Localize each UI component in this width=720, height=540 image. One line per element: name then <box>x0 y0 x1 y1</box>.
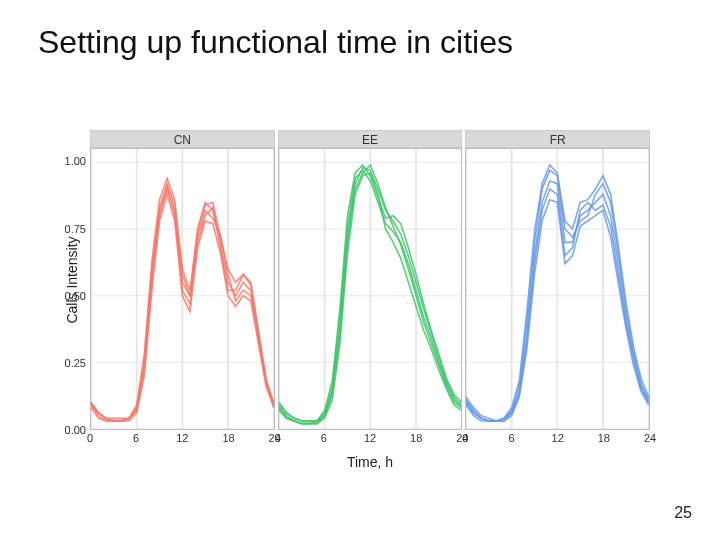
x-tick-label: 18 <box>598 432 610 444</box>
chart-container: Calls Intensity Time, h 0.000.250.500.75… <box>90 130 650 430</box>
page-number: 25 <box>674 504 692 522</box>
x-tick-label: 24 <box>644 432 656 444</box>
x-tick-label: 12 <box>176 432 188 444</box>
x-tick-label: 0 <box>275 432 281 444</box>
y-tick-label: 0.00 <box>65 424 86 436</box>
facet-panel <box>278 148 463 430</box>
x-tick-label: 18 <box>222 432 234 444</box>
facet-strip-label: EE <box>278 130 463 148</box>
x-tick-label: 0 <box>462 432 468 444</box>
x-tick-label: 18 <box>410 432 422 444</box>
x-tick-labels: 061218240612182406121824 <box>90 432 650 448</box>
y-tick-labels: 0.000.250.500.751.00 <box>52 148 86 430</box>
y-tick-label: 0.25 <box>65 357 86 369</box>
chart-facet: FR <box>465 130 650 430</box>
x-tick-label: 6 <box>508 432 514 444</box>
y-tick-label: 1.00 <box>65 155 86 167</box>
x-tick-label: 12 <box>552 432 564 444</box>
facet-strip-label: FR <box>465 130 650 148</box>
chart-facets: CNEEFR <box>90 130 650 430</box>
x-tick-label: 12 <box>364 432 376 444</box>
x-tick-label: 6 <box>133 432 139 444</box>
x-tick-label: 6 <box>321 432 327 444</box>
x-tick-label: 0 <box>87 432 93 444</box>
x-axis-label: Time, h <box>90 454 650 470</box>
y-tick-label: 0.50 <box>65 290 86 302</box>
facet-panel <box>465 148 650 430</box>
facet-panel <box>90 148 275 430</box>
chart-facet: CN <box>90 130 275 430</box>
slide-title: Setting up functional time in cities <box>38 24 682 61</box>
facet-strip-label: CN <box>90 130 275 148</box>
chart-facet: EE <box>278 130 463 430</box>
y-tick-label: 0.75 <box>65 223 86 235</box>
